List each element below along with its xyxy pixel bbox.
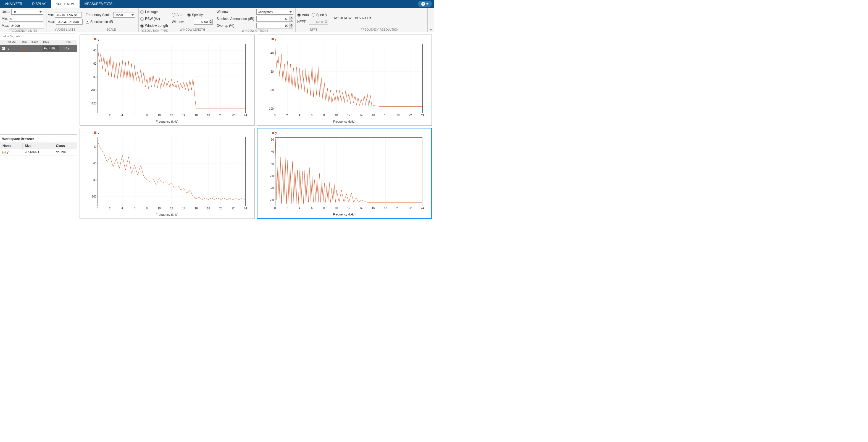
overlap-spinner[interactable] — [256, 23, 293, 28]
spectrum-chart-4[interactable]: y Power Spectrum (dB) Frequency (kHz) -3… — [257, 128, 432, 219]
freq-scale-combo[interactable]: Linear — [113, 12, 135, 18]
freq-min-label: Min: — [2, 17, 8, 21]
signal-table: NAME LINE INFO TIME STA… y Fs: 4.80… 0 s — [0, 40, 77, 52]
rbw-label: RBW (Hz) — [145, 17, 160, 21]
tab-measurements[interactable]: MEASUREMENTS — [80, 0, 117, 8]
overlap-label: Overlap (%) — [217, 24, 255, 28]
rbw-radio[interactable] — [140, 17, 144, 21]
tab-display[interactable]: DISPLAY — [27, 0, 51, 8]
tab-analyzer[interactable]: ANALYZER — [0, 0, 27, 8]
spectrum-db-check[interactable] — [86, 20, 89, 24]
y-min-input[interactable] — [55, 12, 82, 18]
workspace-title: Workspace Browser — [0, 135, 77, 143]
tab-spectrum[interactable]: SPECTRUM — [51, 0, 79, 8]
filter-signals-input[interactable] — [1, 33, 76, 39]
wlen-spec-label: Specify — [192, 13, 203, 17]
sidelobe-spinner[interactable] — [256, 16, 293, 22]
signal-check[interactable] — [1, 47, 5, 50]
chart-legend: y — [94, 38, 251, 41]
actual-rbw: Actual RBW : 13.5874 Hz — [334, 16, 371, 20]
nfft-label: NFFT — [297, 20, 308, 24]
units-label: Units: — [2, 10, 10, 14]
spectrum-db-label: Spectrum in dB — [90, 20, 113, 24]
chart-legend: y — [94, 131, 251, 134]
winlen-label: Window Length — [145, 24, 168, 28]
spectrum-chart-1[interactable]: y Power Spectrum (dB) Frequency (kHz) -4… — [80, 34, 255, 126]
x-axis-label: Frequency (kHz) — [333, 120, 355, 123]
x-axis-label: Frequency (kHz) — [156, 120, 178, 123]
spectrum-chart-3[interactable]: y Power Spectrum (dB) Frequency (kHz) -4… — [80, 128, 255, 219]
nfft-spec-label: Specify — [316, 13, 327, 17]
y-max-input[interactable] — [56, 19, 83, 25]
window-combo[interactable]: Chebyshev — [256, 9, 293, 14]
toolstrip-tabs: ANALYZER DISPLAY SPECTRUM MEASUREMENTS ? — [0, 0, 434, 8]
chart-legend: y — [272, 131, 428, 134]
freq-res-label: FREQUENCY RESOLUTION — [334, 28, 426, 32]
wlen-auto-radio[interactable] — [172, 13, 176, 17]
col-info[interactable]: INFO — [30, 40, 41, 45]
y-min-label: Min: — [48, 13, 54, 17]
ws-col-name[interactable]: Name — [0, 143, 23, 149]
ws-col-class[interactable]: Class — [54, 143, 77, 149]
freq-min-input[interactable] — [9, 16, 43, 22]
x-axis-label: Frequency (kHz) — [156, 213, 178, 216]
win-len-label: WINDOW LENGTH — [172, 28, 213, 32]
col-name[interactable]: NAME — [6, 40, 19, 45]
wlen-auto-label: Auto — [177, 13, 183, 17]
x-axis-label: Frequency (kHz) — [333, 213, 355, 216]
nfft-spec-radio[interactable] — [312, 13, 315, 17]
nfft-auto-label: Auto — [302, 13, 309, 17]
col-time[interactable]: TIME — [41, 40, 64, 45]
window-spinner[interactable] — [194, 19, 213, 25]
nfft-auto-radio[interactable] — [297, 13, 301, 17]
winlen-radio[interactable] — [140, 24, 144, 28]
ribbon-collapse-button[interactable] — [427, 8, 434, 32]
wlen-spec-radio[interactable] — [187, 13, 191, 17]
y-max-label: Max: — [48, 20, 55, 24]
leakage-label: Leakage — [145, 10, 158, 14]
freq-max-input[interactable] — [10, 23, 44, 28]
window-opt-label: Window — [217, 10, 255, 14]
freq-max-label: Max: — [2, 24, 9, 28]
scale-label: SCALE — [86, 28, 137, 32]
ribbon-spectrum: Units:Hz Min: Max: FREQUENCY LIMITS Min:… — [0, 8, 434, 32]
leakage-radio[interactable] — [140, 10, 144, 14]
sidelobe-label: Sidelobe Attenuation (dB) — [217, 17, 255, 21]
y-limits-label: Y-AXES LIMITS — [48, 28, 82, 32]
window-label: Window — [172, 20, 192, 24]
workspace-row[interactable]: y 205699×1 double — [0, 149, 77, 156]
units-combo[interactable]: Hz — [11, 9, 43, 14]
workspace-table: Name Size Class y 205699×1 double — [0, 143, 77, 156]
nfft-spinner — [309, 19, 328, 25]
line-swatch-icon — [21, 49, 27, 50]
freq-scale-label: Frequency Scale: — [86, 13, 112, 17]
ws-col-size[interactable]: Size — [22, 143, 54, 149]
signal-row[interactable]: y Fs: 4.80… 0 s — [0, 45, 77, 52]
variable-icon — [2, 151, 6, 154]
col-start[interactable]: STA… — [64, 40, 77, 45]
nfft-group-label: NFFT — [297, 28, 330, 32]
help-button[interactable]: ? — [418, 1, 432, 7]
col-line[interactable]: LINE — [19, 40, 30, 45]
chart-legend: y — [272, 38, 428, 41]
spectrum-chart-2[interactable]: y Power Spectrum (dB) Frequency (kHz) -4… — [257, 34, 432, 126]
